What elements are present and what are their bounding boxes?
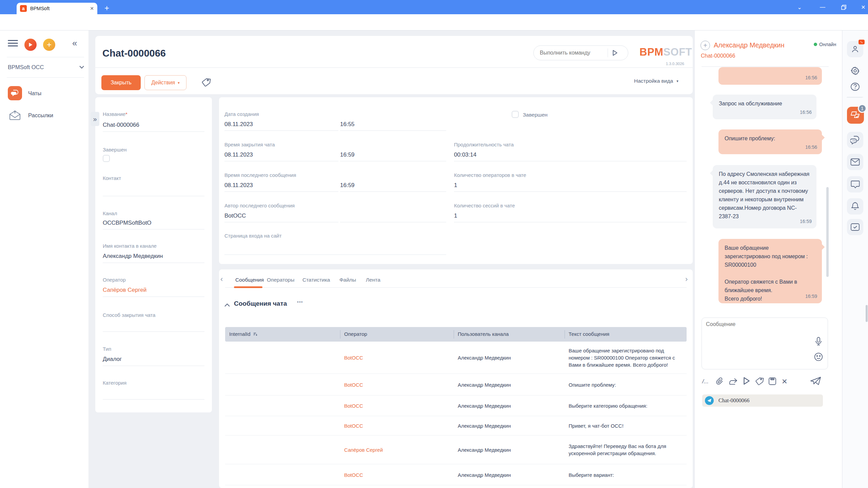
window-menu-icon[interactable]: ⌄ (790, 0, 809, 14)
emoji-icon[interactable] (814, 352, 823, 361)
contact-name-value[interactable]: Александр Медведкин (103, 253, 163, 260)
completed-label: Завершен (103, 147, 127, 152)
tab-messages[interactable]: Сообщения (235, 277, 264, 283)
table-row[interactable]: BotOCC Александр Медведкин Выберите вари… (225, 464, 687, 485)
last-author-value[interactable]: BotOCC (224, 212, 246, 219)
message-input-box[interactable] (702, 318, 828, 369)
chat-scrollbar[interactable] (826, 187, 829, 277)
new-tab-button[interactable]: + (102, 3, 112, 13)
notifications-button[interactable] (847, 198, 863, 215)
add-contact-icon[interactable]: + (701, 41, 710, 50)
message-input[interactable] (706, 321, 808, 365)
closed-date[interactable]: 08.11.2023 (224, 151, 253, 158)
send-icon[interactable] (810, 376, 822, 386)
profile-button[interactable] (847, 41, 863, 57)
window-restore-icon[interactable] (834, 0, 853, 14)
duration-value[interactable]: 00:03:14 (454, 151, 476, 158)
close-button[interactable]: Закрыть (101, 75, 141, 90)
run-command-icon[interactable] (612, 50, 618, 56)
view-settings-button[interactable]: Настройка вида ▾ (634, 78, 678, 84)
message-time: 16:56 (805, 143, 817, 151)
active-tab-underline (234, 286, 262, 288)
name-label: Название* (103, 111, 127, 117)
chat-channel-tab[interactable]: Chat-0000066 (702, 394, 823, 407)
cell-channel-user: Александр Медведкин (458, 355, 511, 361)
completed-checkbox-main[interactable] (512, 111, 519, 118)
tab-statistics[interactable]: Статистика (302, 277, 330, 283)
cancel-icon[interactable]: ✕ (782, 378, 788, 386)
email-button[interactable] (847, 154, 863, 170)
type-value[interactable]: Диалог (103, 356, 122, 363)
hamburger-menu-icon[interactable] (8, 38, 18, 48)
messages-button[interactable] (847, 176, 863, 192)
last-message-date[interactable]: 08.11.2023 (224, 182, 253, 189)
play-icon[interactable] (743, 377, 750, 385)
command-line[interactable] (533, 45, 628, 60)
sidebar-item-mailings[interactable]: Рассылки (8, 108, 84, 123)
operator-label: Оператор (103, 277, 126, 283)
chat-contact-name[interactable]: Александр Медведкин (714, 41, 785, 49)
omnichannel-button[interactable]: 1 (847, 107, 864, 124)
cell-channel-user: Александр Медведкин (458, 423, 511, 429)
knowledge-base-icon[interactable] (768, 377, 777, 386)
bpmsoft-logo: BPMSOFT (639, 46, 692, 58)
tab-files[interactable]: Файлы (339, 277, 356, 283)
browser-tab-strip: a BPMSoft ✕ + ⌄ — ✕ (0, 0, 868, 14)
tabs-scroll-right-icon[interactable]: › (685, 275, 688, 284)
column-internalid[interactable]: InternalId (229, 331, 257, 337)
help-button[interactable] (847, 79, 863, 95)
right-icon-strip: 1 (842, 30, 868, 488)
last-message-time[interactable]: 16:59 (340, 182, 355, 189)
column-message-text[interactable]: Текст сообщения (569, 331, 609, 337)
browser-address-bar: ← → ⟳ dev5-bpmsoftocc.occ.cloudbpm.ru:44… (0, 14, 868, 30)
created-date[interactable]: 08.11.2023 (224, 121, 253, 128)
run-process-button[interactable] (24, 39, 37, 51)
tag-icon[interactable] (755, 377, 764, 386)
command-input[interactable] (534, 50, 608, 56)
table-row[interactable]: BotOCC Александр Медведкин Опишите пробл… (225, 374, 687, 395)
table-row[interactable]: BotOCC Александр Медведкин Привет, я чат… (225, 416, 687, 435)
cell-operator: BotOCC (344, 382, 363, 387)
tag-icon[interactable] (201, 77, 211, 87)
window-minimize-icon[interactable]: — (813, 0, 832, 14)
sessions-count-value[interactable]: 1 (454, 212, 457, 219)
section-collapse-icon[interactable] (224, 303, 230, 307)
chats-strip-button[interactable] (847, 132, 863, 148)
section-menu-icon[interactable]: ••• (297, 299, 303, 305)
page-scrollbar[interactable] (866, 305, 868, 322)
created-time[interactable]: 16:55 (340, 121, 355, 128)
browser-tab[interactable]: a BPMSoft ✕ (17, 3, 97, 14)
chat-message-incoming: По адресу Смоленская набережная д.44 не … (713, 165, 816, 228)
sidebar-collapse-icon[interactable]: « (72, 38, 77, 48)
panel-expand-icon[interactable]: » (91, 112, 99, 126)
window-close-icon[interactable]: ✕ (854, 0, 868, 14)
tabs-scroll-left-icon[interactable]: ‹ (220, 275, 223, 284)
table-row[interactable]: Сапёров Сергей Александр Медведкин Здрав… (225, 435, 687, 464)
attach-icon[interactable] (716, 377, 724, 386)
completed-checkbox[interactable] (103, 155, 110, 162)
chat-record-link[interactable]: Chat-0000066 (701, 53, 735, 59)
column-channel-user[interactable]: Пользователь канала (458, 331, 509, 337)
name-value[interactable]: Chat-0000066 (103, 122, 139, 128)
quick-replies-button[interactable]: /... (702, 378, 709, 385)
operators-count-value[interactable]: 1 (454, 182, 457, 189)
forward-icon[interactable] (729, 377, 738, 386)
tab-operators[interactable]: Операторы (267, 277, 294, 283)
microphone-icon[interactable] (815, 337, 822, 346)
closed-time[interactable]: 16:59 (340, 151, 355, 158)
actions-button[interactable]: Действия ▾ (144, 75, 186, 90)
type-label: Тип (103, 346, 111, 352)
tab-feed[interactable]: Лента (366, 277, 380, 283)
add-button[interactable]: + (43, 39, 55, 51)
operator-value[interactable]: Сапёров Сергей (103, 287, 146, 293)
tab-close-icon[interactable]: ✕ (90, 6, 94, 11)
settings-button[interactable] (847, 63, 863, 79)
table-row[interactable]: BotOCC Александр Медведкин Выберите кате… (225, 395, 687, 416)
tasks-button[interactable] (847, 219, 863, 235)
sidebar-item-chats[interactable]: Чаты (8, 86, 84, 101)
workspace-select[interactable]: BPMSoft OCC (8, 60, 84, 75)
record-header-card: Chat-0000066 BPMSOFT 1.3.0.3026 Закрыть … (95, 36, 693, 94)
column-operator[interactable]: Оператор (344, 331, 367, 337)
channel-value[interactable]: OCCBPMSoftBotO (103, 220, 152, 226)
table-row[interactable]: BotOCC Александр Медведкин Ваше обращени… (225, 342, 687, 374)
